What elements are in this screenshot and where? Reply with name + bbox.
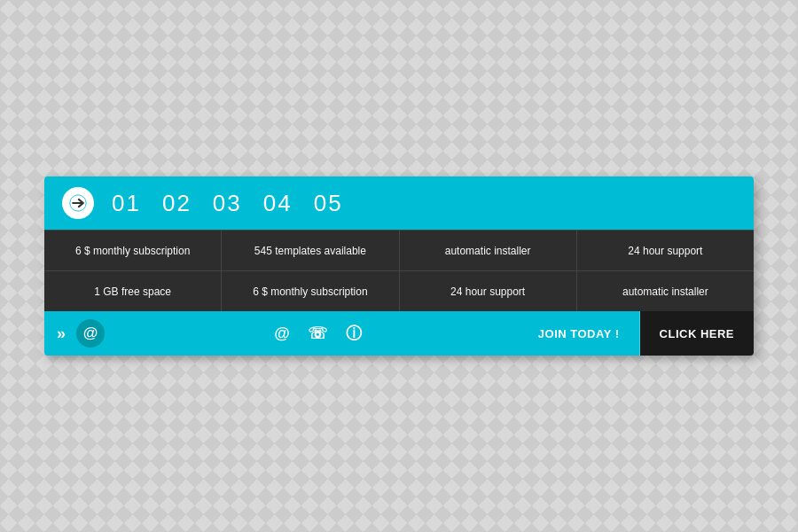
info-row-2: 1 GB free space 6 $ monthly subscription… [44,270,754,311]
number-02: 02 [162,190,192,217]
number-05: 05 [314,190,343,217]
cell-monthly-sub-2: 6 $ monthly subscription [222,271,399,311]
cell-24hr-support-2: 24 hour support [400,271,577,311]
footer-arrows-icon: » [57,325,67,343]
cell-auto-installer-1: automatic installer [400,231,577,270]
at-sign-icon[interactable]: @ [274,325,290,343]
info-row-1: 6 $ monthly subscription 545 templates a… [44,230,754,270]
widget-container: 01 02 03 04 05 6 $ monthly subscription … [44,176,754,356]
info-icon[interactable]: ⓘ [346,323,362,344]
footer-left: » @ [44,319,117,348]
cell-monthly-sub-1: 6 $ monthly subscription [44,231,222,270]
number-03: 03 [213,190,242,217]
phone-icon[interactable]: ☏ [308,324,328,343]
footer-right: JOIN TODAY ! CLICK HERE [519,311,754,356]
footer-email-icon[interactable]: @ [76,319,105,348]
header-row: 01 02 03 04 05 [44,176,754,230]
header-numbers: 01 02 03 04 05 [112,190,343,217]
header-arrow-icon [62,187,94,219]
double-arrow-icon: » [57,325,66,343]
number-04: 04 [263,190,293,217]
footer-row: » @ @ ☏ ⓘ JOIN TODAY ! CLICK HERE [44,311,754,356]
click-here-button[interactable]: CLICK HERE [640,311,754,356]
cell-templates: 545 templates available [222,231,399,270]
footer-center-icons: @ ☏ ⓘ [117,323,519,344]
cell-24hr-support-1: 24 hour support [577,231,754,270]
cell-auto-installer-2: automatic installer [577,271,754,311]
cell-free-space: 1 GB free space [44,271,222,311]
join-today-button[interactable]: JOIN TODAY ! [519,311,640,356]
number-01: 01 [112,190,141,217]
